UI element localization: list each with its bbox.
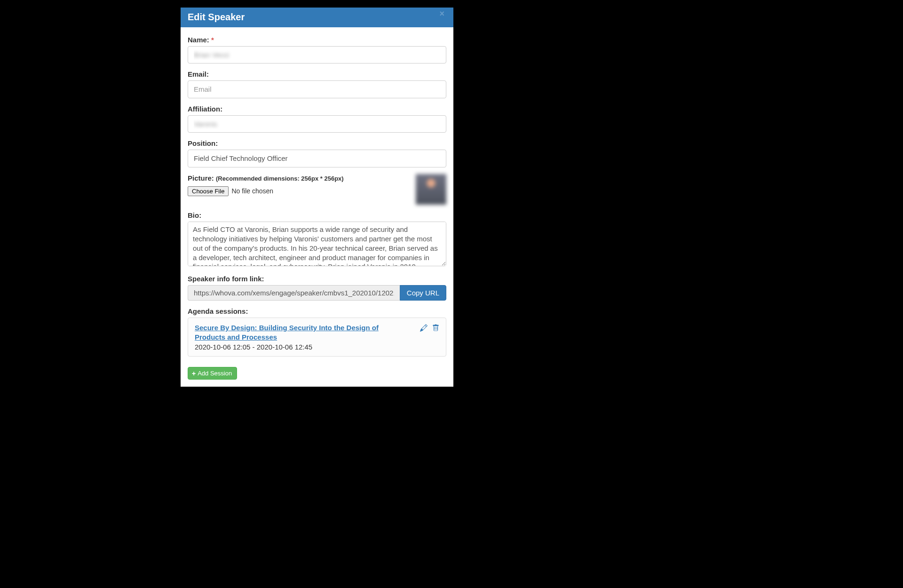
required-marker: * [211,36,214,44]
picture-hint: (Recommended dimensions: 256px * 256px) [216,175,344,182]
edit-speaker-modal: Edit Speaker × Name: * Email: Affiliatio… [181,8,453,387]
email-label: Email: [188,70,446,78]
bio-label: Bio: [188,211,446,219]
picture-label-text: Picture: [188,174,214,182]
modal-title: Edit Speaker [188,12,245,23]
affiliation-input[interactable] [188,115,446,133]
position-input[interactable] [188,150,446,167]
pencil-icon[interactable] [420,324,428,332]
choose-file-button[interactable]: Choose File [188,186,229,196]
bio-textarea[interactable]: As Field CTO at Varonis, Brian supports … [188,222,446,266]
agenda-sessions-label: Agenda sessions: [188,307,446,315]
session-title-link[interactable]: Secure By Design: Building Security Into… [195,323,411,342]
speaker-avatar-thumbnail [416,174,446,205]
speaker-link-label: Speaker info form link: [188,275,446,283]
affiliation-label: Affiliation: [188,105,446,113]
name-input[interactable] [188,46,446,64]
name-label-text: Name: [188,36,209,44]
plus-icon: + [192,370,196,377]
file-status: No file chosen [231,187,273,195]
add-session-button[interactable]: + Add Session [188,367,237,380]
session-card: Secure By Design: Building Security Into… [188,318,446,357]
close-icon[interactable]: × [437,9,446,18]
speaker-link-input[interactable] [188,285,400,301]
email-input[interactable] [188,80,446,98]
trash-icon[interactable] [432,324,439,332]
name-label: Name: * [188,36,446,44]
modal-body: Name: * Email: Affiliation: Position: Pi… [181,27,453,387]
picture-label: Picture: (Recommended dimensions: 256px … [188,174,411,182]
add-session-label: Add Session [198,370,232,377]
position-label: Position: [188,139,446,147]
modal-header: Edit Speaker × [181,8,453,27]
copy-url-button[interactable]: Copy URL [400,285,446,301]
session-time: 2020-10-06 12:05 - 2020-10-06 12:45 [195,343,411,351]
